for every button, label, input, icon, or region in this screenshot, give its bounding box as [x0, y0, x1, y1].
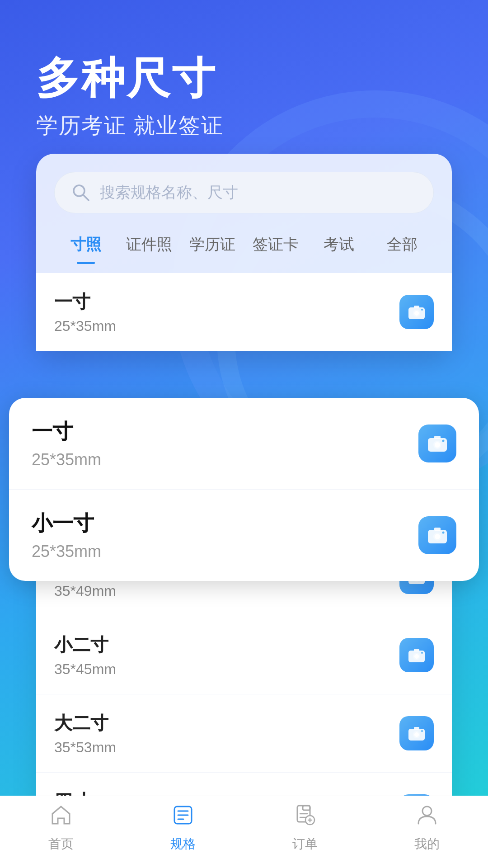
svg-rect-30	[414, 727, 419, 730]
svg-point-6	[421, 309, 423, 311]
svg-rect-10	[434, 436, 441, 439]
nav-label-home: 首页	[48, 835, 74, 853]
spec-icon	[171, 803, 195, 831]
svg-point-26	[421, 652, 423, 654]
list-item-info: 一寸 25*35mm	[54, 289, 116, 335]
floating-list-item: 小一寸 25*35mm	[9, 490, 479, 581]
list-item: 一寸 25*35mm	[36, 273, 452, 351]
profile-icon	[415, 803, 439, 831]
nav-item-profile[interactable]: 我的	[366, 803, 488, 853]
tab-zhenjianzhao[interactable]: 证件照	[117, 227, 181, 264]
camera-button[interactable]	[399, 295, 434, 329]
svg-point-31	[421, 730, 423, 732]
tab-all[interactable]: 全部	[371, 227, 434, 264]
floating-item-size: 25*35mm	[32, 542, 101, 561]
svg-point-24	[414, 654, 419, 659]
nav-item-order[interactable]: 订单	[244, 803, 366, 853]
svg-point-16	[442, 532, 445, 534]
svg-point-48	[422, 807, 432, 816]
floating-item-size: 25*35mm	[32, 450, 101, 469]
floating-camera-button[interactable]	[418, 425, 456, 462]
header-section: 多种尺寸 学历考证 就业签证	[0, 0, 488, 167]
floating-item-name: 小一寸	[32, 509, 101, 538]
item-size: 25*35mm	[54, 318, 116, 335]
list-item-info: 小二寸 35*45mm	[54, 632, 116, 678]
floating-item-name: 一寸	[32, 418, 101, 446]
svg-point-9	[435, 442, 440, 448]
search-icon	[71, 183, 91, 203]
main-list: 一寸 25*35mm	[36, 273, 452, 351]
tab-kaoshi[interactable]: 考试	[307, 227, 371, 264]
svg-rect-25	[414, 649, 419, 651]
svg-rect-15	[434, 528, 441, 531]
svg-point-4	[414, 311, 419, 316]
home-icon	[49, 803, 73, 831]
search-placeholder[interactable]: 搜索规格名称、尺寸	[100, 182, 417, 203]
main-card: 搜索规格名称、尺寸 寸照 证件照 学历证 签证卡 考试 全部 一寸 25*35m…	[36, 154, 452, 351]
svg-rect-42	[303, 806, 310, 810]
category-tabs: 寸照 证件照 学历证 签证卡 考试 全部	[36, 227, 452, 264]
item-name: 一寸	[54, 289, 116, 314]
floating-item-info: 一寸 25*35mm	[32, 418, 101, 469]
floating-card: 一寸 25*35mm 小一寸 25*35mm	[9, 398, 479, 581]
nav-label-profile: 我的	[414, 835, 440, 853]
camera-button[interactable]	[399, 716, 434, 750]
tab-cunzhao[interactable]: 寸照	[54, 227, 117, 264]
nav-label-order: 订单	[292, 835, 318, 853]
item-name: 大二寸	[54, 711, 116, 736]
nav-item-home[interactable]: 首页	[0, 803, 122, 853]
svg-line-1	[83, 195, 89, 200]
header-title: 多种尺寸	[36, 54, 452, 102]
camera-button[interactable]	[399, 638, 434, 672]
svg-rect-5	[414, 306, 419, 308]
list-item: 大二寸 35*53mm	[36, 694, 452, 773]
item-name: 小二寸	[54, 632, 116, 657]
order-icon	[293, 803, 317, 831]
tab-xuelizhen[interactable]: 学历证	[181, 227, 244, 264]
tab-qianzhenka[interactable]: 签证卡	[244, 227, 307, 264]
item-size: 35*53mm	[54, 739, 116, 756]
svg-point-29	[414, 732, 419, 737]
list-item: 小二寸 35*45mm	[36, 616, 452, 694]
bottom-nav: 首页 规格 订单	[0, 796, 488, 868]
floating-camera-button[interactable]	[418, 516, 456, 554]
item-size: 35*49mm	[54, 583, 116, 599]
svg-point-11	[442, 440, 445, 442]
floating-list-item: 一寸 25*35mm	[9, 398, 479, 490]
list-item-info: 大二寸 35*53mm	[54, 711, 116, 756]
header-subtitle: 学历考证 就业签证	[36, 111, 452, 140]
search-bar[interactable]: 搜索规格名称、尺寸	[54, 172, 434, 213]
nav-label-spec: 规格	[170, 835, 196, 853]
floating-item-info: 小一寸 25*35mm	[32, 509, 101, 561]
item-size: 35*45mm	[54, 661, 116, 678]
nav-item-spec[interactable]: 规格	[122, 803, 244, 853]
svg-point-14	[435, 534, 440, 539]
